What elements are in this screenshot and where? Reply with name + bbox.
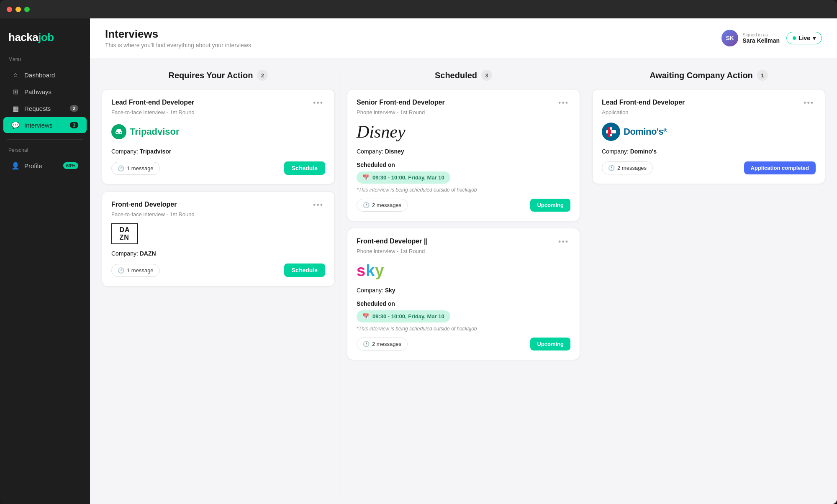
upcoming-button[interactable]: Upcoming	[530, 199, 570, 212]
column-awaiting-company: Awaiting Company Action 1 Lead Front-end…	[586, 70, 825, 492]
page-subtitle: This is where you'll find everything abo…	[105, 42, 251, 49]
card-frontend-sky: Front-end Developer || ••• Phone intervi…	[347, 228, 580, 360]
sidebar-item-interviews[interactable]: 💬 Interviews 3	[3, 117, 87, 133]
column-header-scheduled: Scheduled 3	[347, 70, 580, 81]
message-button[interactable]: 🕐 1 message	[111, 264, 160, 277]
tripadvisor-logo: Tripadvisor	[111, 121, 325, 142]
user-text: Signed in as Sara Kellman	[742, 32, 780, 44]
scheduled-on-label: Scheduled on	[357, 161, 570, 168]
message-icon: 🕐	[363, 202, 370, 208]
schedule-button[interactable]: Schedule	[284, 161, 325, 175]
sidebar-item-dashboard[interactable]: ⌂ Dashboard	[3, 67, 87, 83]
card-title-group: Front-end Developer ||	[357, 238, 428, 245]
message-count: 2 messages	[372, 341, 401, 347]
company-name-display: Company: Sky	[357, 287, 570, 294]
message-count: 2 messages	[617, 165, 647, 171]
card-header: Lead Front-end Developer •••	[602, 99, 816, 107]
calendar-icon: 📅	[362, 313, 369, 320]
close-button[interactable]	[7, 7, 12, 12]
live-indicator-icon	[793, 36, 796, 40]
card-title: Senior Front-end Developer	[357, 99, 445, 106]
card-subtitle: Face-to-face interview - 1st Round	[111, 109, 325, 115]
svg-point-9	[610, 134, 612, 136]
minimize-button[interactable]	[15, 7, 21, 12]
company-name-display: Company: Tripadvisor	[111, 148, 325, 155]
user-name: Sara Kellman	[742, 37, 780, 44]
profile-progress-badge: 63%	[63, 162, 78, 169]
sidebar-item-requests[interactable]: ▦ Requests 2	[3, 100, 87, 116]
sidebar-divider	[7, 139, 83, 140]
svg-point-4	[116, 129, 121, 132]
scheduled-time-badge: 📅 09:30 - 10:00, Friday, Mar 10	[357, 171, 450, 184]
card-header: Lead Front-end Developer •••	[111, 99, 325, 107]
card-header: Front-end Developer || •••	[357, 238, 570, 246]
card-header: Front-end Developer •••	[111, 201, 325, 210]
scheduled-time: 09:30 - 10:00, Friday, Mar 10	[372, 313, 444, 320]
more-options-button[interactable]: •••	[557, 99, 570, 107]
message-button[interactable]: 🕐 2 messages	[602, 161, 653, 174]
sidebar-item-profile[interactable]: 👤 Profile 63%	[3, 158, 87, 174]
more-options-button[interactable]: •••	[311, 201, 325, 210]
chevron-down-icon: ▾	[813, 35, 816, 41]
scheduled-on-label: Scheduled on	[357, 300, 570, 307]
card-title-group: Lead Front-end Developer	[602, 99, 685, 106]
column-count: 3	[481, 70, 492, 81]
message-button[interactable]: 🕐 2 messages	[357, 338, 408, 350]
more-options-button[interactable]: •••	[557, 238, 570, 246]
card-title: Front-end Developer	[111, 201, 177, 208]
svg-point-8	[610, 127, 612, 130]
card-subtitle: Application	[602, 109, 816, 115]
disney-logo-text: Disney	[357, 122, 406, 142]
card-footer: 🕐 2 messages Upcoming	[357, 338, 570, 350]
disney-logo: Disney	[357, 121, 570, 142]
card-senior-frontend-disney: Senior Front-end Developer ••• Phone int…	[347, 89, 580, 221]
dazn-logo: DAZN	[111, 223, 325, 244]
user-info: SK Signed in as Sara Kellman	[721, 30, 780, 46]
outside-note: *This interview is being scheduled outsi…	[357, 326, 570, 332]
live-badge[interactable]: Live ▾	[786, 32, 822, 44]
sidebar-item-pathways[interactable]: ⊞ Pathways	[3, 84, 87, 100]
app-body: hackajob Menu ⌂ Dashboard ⊞ Pathways ▦ R…	[0, 18, 837, 504]
message-button[interactable]: 🕐 1 message	[111, 162, 160, 175]
message-icon: 🕐	[118, 267, 124, 274]
signed-in-as-label: Signed in as	[742, 32, 780, 37]
outside-note: *This interview is being scheduled outsi…	[357, 187, 570, 193]
main-content: Interviews This is where you'll find eve…	[90, 18, 837, 504]
dazn-logo-mark: DAZN	[111, 223, 138, 244]
maximize-button[interactable]	[24, 7, 30, 12]
dominos-logo-icon	[602, 123, 620, 141]
card-title-group: Front-end Developer	[111, 201, 177, 208]
tripadvisor-owl-icon	[111, 124, 126, 139]
header-title-group: Interviews This is where you'll find eve…	[105, 28, 251, 49]
message-button[interactable]: 🕐 2 messages	[357, 199, 408, 212]
more-options-button[interactable]: •••	[311, 99, 325, 107]
live-label: Live	[798, 35, 810, 41]
card-title: Front-end Developer ||	[357, 238, 428, 245]
column-scheduled: Scheduled 3 Senior Front-end Developer •…	[341, 70, 586, 492]
logo: hackajob	[0, 27, 90, 56]
schedule-button[interactable]: Schedule	[284, 264, 325, 277]
company-name-display: Company: DAZN	[111, 250, 325, 257]
columns-container: Requires Your Action 2 Lead Front-end De…	[90, 58, 837, 504]
column-title: Requires Your Action	[169, 71, 253, 80]
logo-text: hackajob	[8, 31, 82, 44]
message-count: 1 message	[127, 165, 154, 171]
card-footer: 🕐 1 message Schedule	[111, 264, 325, 277]
menu-section-label: Menu	[0, 56, 90, 67]
card-title: Lead Front-end Developer	[602, 99, 685, 106]
message-icon: 🕐	[118, 165, 124, 171]
application-completed-button[interactable]: Application completed	[744, 161, 816, 174]
card-footer: 🕐 2 messages Application completed	[602, 161, 816, 174]
more-options-button[interactable]: •••	[802, 99, 816, 107]
upcoming-button[interactable]: Upcoming	[530, 338, 570, 350]
dominos-text: Domino's	[624, 126, 663, 137]
card-header: Senior Front-end Developer •••	[357, 99, 570, 107]
calendar-icon: 📅	[362, 174, 369, 181]
scheduled-time: 09:30 - 10:00, Friday, Mar 10	[372, 174, 444, 181]
sidebar-item-label: Profile	[24, 162, 42, 169]
main-header: Interviews This is where you'll find eve…	[90, 18, 837, 58]
person-icon: 👤	[12, 162, 19, 169]
card-title-group: Senior Front-end Developer	[357, 99, 445, 106]
personal-section-label: Personal	[0, 147, 90, 157]
message-icon: 🕐	[363, 341, 370, 347]
